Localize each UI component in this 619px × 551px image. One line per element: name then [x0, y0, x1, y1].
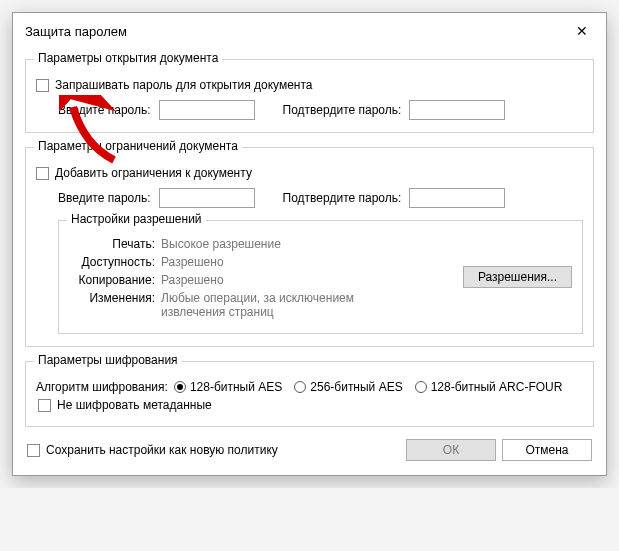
group-open-params: Параметры открытия документа Запрашивать… [25, 59, 594, 133]
titlebar: Защита паролем ✕ [13, 13, 606, 45]
dialog-bottom: Сохранить настройки как новую политику О… [25, 427, 594, 463]
add-restrictions-label: Добавить ограничения к документу [55, 166, 252, 180]
restrict-password-label: Введите пароль: [58, 191, 151, 205]
permissions-title: Настройки разрешений [67, 212, 206, 226]
add-restrictions-row[interactable]: Добавить ограничения к документу [36, 166, 583, 180]
group-restrict-params: Параметры ограничений документа Добавить… [25, 147, 594, 347]
perm-copy-value: Разрешено [161, 273, 224, 287]
encryption-algo-label: Алгоритм шифрования: [36, 380, 168, 394]
perm-print-label: Печать: [69, 237, 161, 251]
restrict-confirm-label: Подтвердите пароль: [283, 191, 402, 205]
radio-icon [294, 381, 306, 393]
group-encryption-title: Параметры шифрования [34, 353, 182, 367]
no-encrypt-meta-checkbox[interactable] [38, 399, 51, 412]
perm-print-value: Высокое разрешение [161, 237, 281, 251]
radio-arc4-label: 128-битный ARC-FOUR [431, 380, 563, 394]
require-open-password-label: Запрашивать пароль для открытия документ… [55, 78, 313, 92]
open-confirm-input[interactable] [409, 100, 505, 120]
perm-access-label: Доступность: [69, 255, 161, 269]
radio-icon [174, 381, 186, 393]
add-restrictions-checkbox[interactable] [36, 167, 49, 180]
open-password-input[interactable] [159, 100, 255, 120]
permissions-subgroup: Настройки разрешений Печать: Высокое раз… [58, 220, 583, 334]
group-open-title: Параметры открытия документа [34, 51, 222, 65]
open-confirm-label: Подтвердите пароль: [283, 103, 402, 117]
perm-copy-label: Копирование: [69, 273, 161, 287]
close-icon: ✕ [576, 23, 588, 39]
radio-arc4[interactable]: 128-битный ARC-FOUR [415, 380, 563, 394]
ok-button[interactable]: ОК [406, 439, 496, 461]
no-encrypt-meta-row[interactable]: Не шифровать метаданные [38, 398, 583, 412]
dialog-body: Параметры открытия документа Запрашивать… [13, 59, 606, 475]
restrict-confirm-input[interactable] [409, 188, 505, 208]
require-open-password-row[interactable]: Запрашивать пароль для открытия документ… [36, 78, 583, 92]
password-protect-dialog: Защита паролем ✕ Параметры открытия доку… [12, 12, 607, 476]
require-open-password-checkbox[interactable] [36, 79, 49, 92]
radio-icon [415, 381, 427, 393]
dialog-title: Защита паролем [25, 24, 127, 39]
open-password-inputs: Введите пароль: Подтвердите пароль: [58, 100, 583, 120]
open-password-label: Введите пароль: [58, 103, 151, 117]
restrict-password-input[interactable] [159, 188, 255, 208]
no-encrypt-meta-label: Не шифровать метаданные [57, 398, 212, 412]
perm-access-value: Разрешено [161, 255, 224, 269]
encryption-algo-row: Алгоритм шифрования: 128-битный AES 256-… [36, 380, 583, 394]
radio-aes256-label: 256-битный AES [310, 380, 402, 394]
radio-aes128[interactable]: 128-битный AES [174, 380, 282, 394]
group-restrict-title: Параметры ограничений документа [34, 139, 242, 153]
permissions-button[interactable]: Разрешения... [463, 266, 572, 288]
close-button[interactable]: ✕ [568, 21, 596, 41]
radio-aes256[interactable]: 256-битный AES [294, 380, 402, 394]
group-encryption: Параметры шифрования Алгоритм шифрования… [25, 361, 594, 427]
save-policy-label: Сохранить настройки как новую политику [46, 443, 278, 457]
restrict-password-inputs: Введите пароль: Подтвердите пароль: [58, 188, 583, 208]
cancel-button[interactable]: Отмена [502, 439, 592, 461]
radio-aes128-label: 128-битный AES [190, 380, 282, 394]
perm-change-label: Изменения: [69, 291, 161, 305]
save-policy-checkbox[interactable] [27, 444, 40, 457]
perm-change-value: Любые операции, за исключением извлечени… [161, 291, 391, 319]
